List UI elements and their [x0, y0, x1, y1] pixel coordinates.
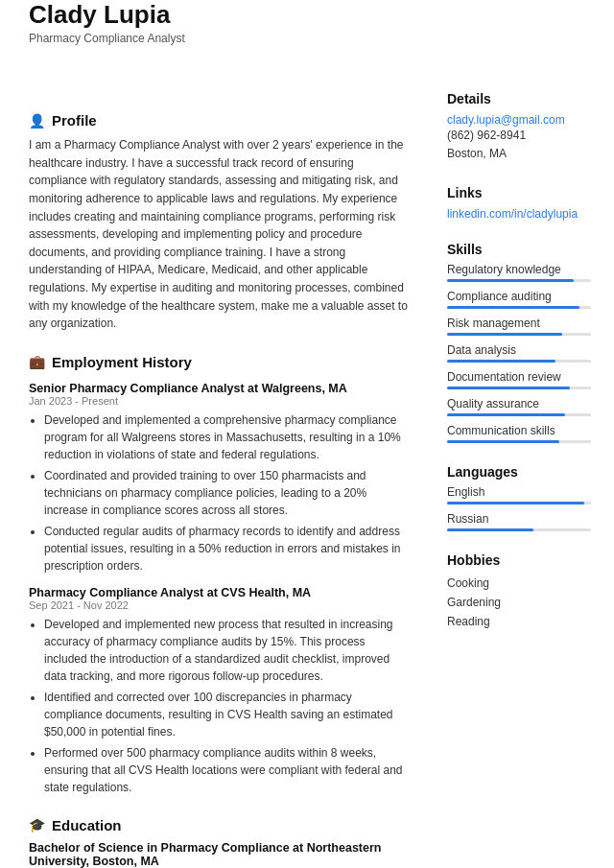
- skill-bar-fill-3: [447, 360, 555, 363]
- lang-item-0: English: [447, 485, 591, 504]
- hobby-item-1: Gardening: [447, 593, 591, 612]
- skill-bar-bg-4: [447, 387, 591, 389]
- profile-section-title: 👤 Profile: [29, 112, 409, 129]
- skill-label-0: Regulatory knowledge: [447, 263, 591, 276]
- phone-text: (862) 962-8941: [447, 127, 591, 145]
- lang-bar-fill-0: [447, 502, 584, 504]
- skill-item-4: Documentation review: [447, 370, 591, 389]
- lang-bar-fill-1: [447, 528, 533, 531]
- skill-item-0: Regulatory knowledge: [447, 263, 591, 282]
- linkedin-link[interactable]: linkedin.com/in/cladylupia: [447, 207, 578, 221]
- skill-label-3: Data analysis: [447, 343, 591, 357]
- skill-bar-bg-5: [447, 413, 591, 416]
- job-bullet-1-1: Developed and implemented a comprehensiv…: [44, 411, 409, 463]
- skill-item-5: Quality assurance: [447, 397, 591, 416]
- job-bullets-2: Developed and implemented new process th…: [29, 616, 409, 796]
- skill-label-1: Compliance auditing: [447, 290, 591, 303]
- job-bullet-1-3: Conducted regular audits of pharmacy rec…: [44, 523, 409, 575]
- skill-bar-bg-2: [447, 333, 591, 336]
- lang-label-1: Russian: [447, 512, 591, 526]
- skill-label-6: Communication skills: [447, 424, 591, 437]
- hobby-item-0: Cooking: [447, 574, 591, 593]
- job-bullets-1: Developed and implemented a comprehensiv…: [29, 411, 409, 575]
- education-icon: 🎓: [29, 817, 45, 833]
- skill-bar-bg-6: [447, 440, 591, 443]
- skill-bar-fill-0: [447, 279, 574, 282]
- languages-section-title: Languages: [447, 464, 591, 480]
- job-entry-1: Senior Pharmacy Compliance Analyst at Wa…: [29, 382, 409, 575]
- skill-item-6: Communication skills: [447, 424, 591, 443]
- job-bullet-2-1: Developed and implemented new process th…: [44, 616, 409, 685]
- header: Clady Lupia Pharmacy Compliance Analyst: [0, 0, 614, 62]
- profile-icon: 👤: [29, 113, 45, 129]
- details-section-title: Details: [447, 91, 591, 106]
- skill-item-1: Compliance auditing: [447, 290, 591, 309]
- skill-bar-fill-4: [447, 387, 570, 389]
- skill-bar-bg-3: [447, 360, 591, 363]
- job-date-1: Jan 2023 - Present: [29, 395, 409, 407]
- location-text: Boston, MA: [447, 145, 591, 163]
- skill-label-2: Risk management: [447, 317, 591, 330]
- hobbies-section-title: Hobbies: [447, 552, 591, 568]
- skill-bar-bg-0: [447, 279, 591, 282]
- skill-bar-fill-6: [447, 440, 559, 443]
- skills-list: Regulatory knowledge Compliance auditing…: [447, 263, 591, 443]
- edu-entry-1: Bachelor of Science in Pharmacy Complian…: [29, 841, 409, 868]
- employment-section-title: 💼 Employment History: [29, 354, 409, 370]
- skills-section-title: Skills: [447, 242, 591, 257]
- job-bullet-1-2: Coordinated and provided training to ove…: [44, 467, 409, 519]
- job-bullet-2-3: Performed over 500 pharmacy compliance a…: [44, 744, 409, 796]
- edu-degree-1: Bachelor of Science in Pharmacy Complian…: [29, 841, 409, 868]
- skill-bar-fill-2: [447, 333, 562, 336]
- skill-label-5: Quality assurance: [447, 397, 591, 411]
- links-section-title: Links: [447, 185, 591, 200]
- job-title-1: Senior Pharmacy Compliance Analyst at Wa…: [29, 382, 409, 395]
- lang-label-0: English: [447, 485, 591, 499]
- right-column: Details clady.lupia@gmail.com (862) 962-…: [432, 91, 614, 868]
- page-layout: 👤 Profile I am a Pharmacy Compliance Ana…: [0, 62, 614, 868]
- email-link[interactable]: clady.lupia@gmail.com: [447, 113, 565, 127]
- skill-item-2: Risk management: [447, 317, 591, 336]
- languages-list: English Russian: [447, 485, 591, 531]
- skill-label-4: Documentation review: [447, 370, 591, 384]
- lang-item-1: Russian: [447, 512, 591, 531]
- left-column: 👤 Profile I am a Pharmacy Compliance Ana…: [0, 91, 432, 868]
- lang-bar-bg-0: [447, 502, 591, 504]
- job-title-2: Pharmacy Compliance Analyst at CVS Healt…: [29, 586, 409, 599]
- skill-bar-fill-5: [447, 413, 565, 416]
- lang-bar-bg-1: [447, 528, 591, 531]
- skill-item-3: Data analysis: [447, 343, 591, 363]
- candidate-name: Clady Lupia: [29, 0, 614, 30]
- education-section-title: 🎓 Education: [29, 817, 409, 833]
- hobbies-list: CookingGardeningReading: [447, 574, 591, 632]
- job-date-2: Sep 2021 - Nov 2022: [29, 599, 409, 611]
- candidate-subtitle: Pharmacy Compliance Analyst: [29, 32, 614, 45]
- skill-bar-fill-1: [447, 306, 579, 309]
- profile-text: I am a Pharmacy Compliance Analyst with …: [29, 136, 409, 333]
- skill-bar-bg-1: [447, 306, 591, 309]
- employment-icon: 💼: [29, 354, 45, 369]
- job-bullet-2-2: Identified and corrected over 100 discre…: [44, 689, 409, 740]
- hobby-item-2: Reading: [447, 612, 591, 631]
- job-entry-2: Pharmacy Compliance Analyst at CVS Healt…: [29, 586, 409, 796]
